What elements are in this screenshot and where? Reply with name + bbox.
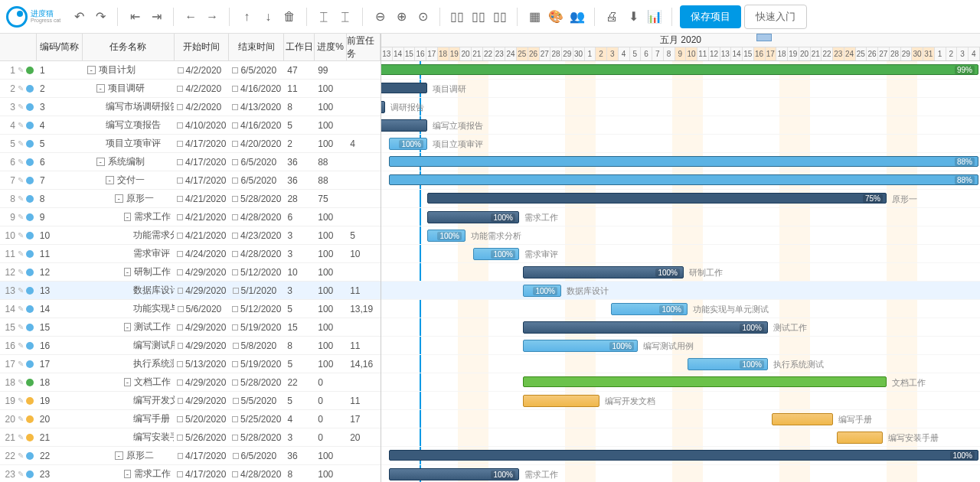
col-prog[interactable]: 进度% <box>315 34 347 60</box>
col-start[interactable]: 开始时间 <box>175 34 230 60</box>
table-row[interactable]: 5✎5项目立项审评4/17/20204/20/202021004 <box>0 135 381 153</box>
edit-icon[interactable]: ✎ <box>18 176 24 184</box>
edit-icon[interactable]: ✎ <box>18 433 24 441</box>
col-days[interactable]: 工作日 <box>284 34 315 60</box>
edit-icon[interactable]: ✎ <box>18 158 24 166</box>
toggle-icon[interactable]: - <box>115 451 123 460</box>
edit-icon[interactable]: ✎ <box>18 84 24 93</box>
arrow-right-icon[interactable]: → <box>203 8 221 26</box>
zoom-in-icon[interactable]: ⊕ <box>392 8 410 26</box>
edit-icon[interactable]: ✎ <box>18 470 24 478</box>
edit-icon[interactable]: ✎ <box>18 139 24 148</box>
edit-icon[interactable]: ✎ <box>18 323 24 331</box>
align-bottom-icon[interactable]: ⌶ <box>336 8 354 26</box>
edit-icon[interactable]: ✎ <box>18 103 24 111</box>
gantt-bar[interactable]: 100%需求工作 <box>389 468 519 480</box>
gantt-bar[interactable]: 100% <box>389 450 978 461</box>
arrow-left-icon[interactable]: ← <box>181 8 200 26</box>
toggle-icon[interactable]: - <box>124 213 132 221</box>
edit-icon[interactable]: ✎ <box>18 341 24 350</box>
edit-icon[interactable]: ✎ <box>18 360 24 368</box>
gantt-bar[interactable]: 100%功能需求分析 <box>427 230 466 242</box>
table-row[interactable]: 2✎2-项目调研4/2/20204/16/202011100 <box>0 80 381 98</box>
grid-icon[interactable]: ▦ <box>525 8 544 26</box>
table-row[interactable]: 11✎11需求审评4/24/20204/28/2020310010 <box>0 245 381 263</box>
arrow-down-icon[interactable]: ↓ <box>259 8 277 26</box>
gantt-bar[interactable]: 75%原形一 <box>427 193 887 204</box>
toggle-icon[interactable]: - <box>124 470 132 478</box>
edit-icon[interactable]: ✎ <box>18 305 24 313</box>
table-row[interactable]: 20✎20编写手册5/20/20205/25/20204017 <box>0 410 381 428</box>
download-icon[interactable]: ⬇ <box>624 8 642 26</box>
table-row[interactable]: 17✎17执行系统测试5/13/20205/19/2020510014,16 <box>0 355 381 373</box>
col-name[interactable]: 任务名称 <box>83 34 175 60</box>
table-row[interactable]: 4✎4编写立项报告4/10/20204/16/20205100 <box>0 116 381 135</box>
export-icon[interactable]: 📊 <box>645 8 664 26</box>
redo-icon[interactable]: ↷ <box>91 8 109 26</box>
gantt-bar[interactable]: 编写手册 <box>772 413 833 425</box>
table-row[interactable]: 22✎22-原形二4/17/20206/5/202036100 <box>0 447 381 465</box>
gantt-bar[interactable]: 88% <box>389 174 978 185</box>
toggle-icon[interactable]: - <box>96 158 105 166</box>
col-pred[interactable]: 前置任务 <box>347 34 381 60</box>
quickstart-button[interactable]: 快速入门 <box>744 5 807 29</box>
edit-icon[interactable]: ✎ <box>18 378 24 386</box>
edit-icon[interactable]: ✎ <box>18 396 24 405</box>
gantt-bar[interactable]: 100%数据库设计 <box>523 285 561 297</box>
zoom-out-icon[interactable]: ⊖ <box>371 8 389 26</box>
table-row[interactable]: 7✎7-交付一4/17/20206/5/20203688 <box>0 171 381 190</box>
table-row[interactable]: 21✎21编写安装手册5/26/20205/28/20203020 <box>0 428 381 447</box>
col-code[interactable]: 编码/简称 <box>37 34 83 60</box>
toggle-icon[interactable]: - <box>87 66 96 74</box>
toggle-icon[interactable]: - <box>106 176 114 184</box>
edit-icon[interactable]: ✎ <box>18 66 24 74</box>
toggle-icon[interactable]: - <box>124 378 132 386</box>
toggle-icon[interactable]: - <box>124 323 132 331</box>
gantt-bar[interactable]: 文档工作 <box>523 376 887 387</box>
palette-icon[interactable]: 🎨 <box>547 8 565 26</box>
table-row[interactable]: 13✎13数据库设计4/29/20205/1/2020310011 <box>0 282 381 300</box>
gantt-bar[interactable]: 编写安装手册 <box>837 432 883 444</box>
gantt-bar[interactable]: 100%编写测试用例 <box>523 340 638 352</box>
gantt-bar[interactable]: 100%需求工作 <box>427 211 519 223</box>
table-row[interactable]: 15✎15-测试工作4/29/20205/19/202015100 <box>0 318 381 337</box>
save-button[interactable]: 保存项目 <box>680 5 741 28</box>
gantt-bar[interactable]: 99% <box>381 64 978 75</box>
toggle-icon[interactable]: - <box>96 84 105 93</box>
layout3-icon[interactable]: ▯▯ <box>491 8 509 26</box>
arrow-up-icon[interactable]: ↑ <box>237 8 256 26</box>
gantt-bar[interactable]: 项目调研 <box>381 83 427 93</box>
table-row[interactable]: 10✎10功能需求分析4/21/20204/23/202031005 <box>0 226 381 245</box>
col-end[interactable]: 结束时间 <box>229 34 284 60</box>
edit-icon[interactable]: ✎ <box>18 213 24 221</box>
layout1-icon[interactable]: ▯▯ <box>448 8 466 26</box>
gantt-bar[interactable]: 100%需求审评 <box>473 248 519 260</box>
gantt-bar[interactable]: 100%研制工作 <box>523 266 684 278</box>
table-row[interactable]: 19✎19编写开发文档4/29/20205/5/20205011 <box>0 392 381 410</box>
gantt-bar[interactable]: 编写立项报告 <box>381 119 427 132</box>
table-row[interactable]: 16✎16编写测试用例4/29/20205/8/2020810011 <box>0 337 381 355</box>
gantt-bar[interactable]: 调研报告 <box>381 101 385 113</box>
table-row[interactable]: 6✎6-系统编制4/17/20206/5/20203688 <box>0 153 381 171</box>
gantt-bar[interactable]: 100%测试工作 <box>523 321 768 334</box>
table-row[interactable]: 12✎12-研制工作4/29/20205/12/202010100 <box>0 263 381 282</box>
toggle-icon[interactable]: - <box>124 268 132 276</box>
splitter-handle[interactable] <box>756 34 772 41</box>
edit-icon[interactable]: ✎ <box>18 415 24 423</box>
zoom-fit-icon[interactable]: ⊙ <box>413 8 432 26</box>
edit-icon[interactable]: ✎ <box>18 121 24 129</box>
gantt-bar[interactable]: 100%执行系统测试 <box>688 358 768 370</box>
table-row[interactable]: 3✎3编写市场调研报告4/2/20204/13/20208100 <box>0 98 381 116</box>
edit-icon[interactable]: ✎ <box>18 451 24 460</box>
gantt-bar[interactable]: 100%功能实现与单元测试 <box>611 303 688 315</box>
users-icon[interactable]: 👥 <box>568 8 586 26</box>
gantt-bar[interactable]: 88% <box>389 156 978 167</box>
table-row[interactable]: 23✎23-需求工作4/17/20204/28/20208100 <box>0 465 381 482</box>
delete-icon[interactable]: 🗑 <box>280 8 299 26</box>
outdent-icon[interactable]: ⇤ <box>126 8 144 26</box>
edit-icon[interactable]: ✎ <box>18 194 24 203</box>
table-row[interactable]: 1✎1-项目计划4/2/20206/5/20204799 <box>0 61 381 80</box>
edit-icon[interactable]: ✎ <box>18 231 24 239</box>
table-row[interactable]: 8✎8-原形一4/21/20205/28/20202875 <box>0 190 381 208</box>
toggle-icon[interactable]: - <box>115 194 123 203</box>
